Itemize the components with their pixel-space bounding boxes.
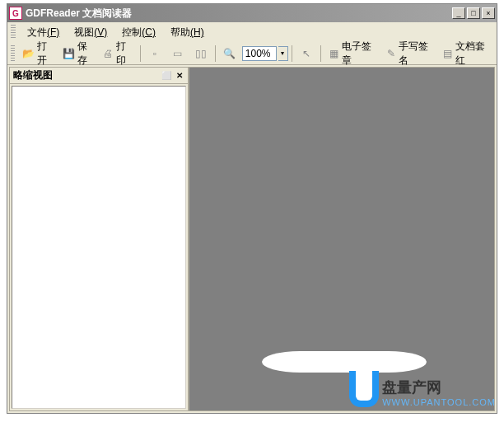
window-title: GDFReader 文档阅读器 — [26, 7, 452, 21]
zoom-tool-button[interactable]: 🔍 — [219, 45, 240, 63]
page-icon: ▫ — [148, 47, 161, 60]
white-smear-overlay — [262, 351, 427, 373]
panel-close-button[interactable]: ✕ — [175, 71, 184, 81]
magnifier-icon: 🔍 — [223, 47, 236, 60]
menu-file-accel: (F) — [47, 26, 59, 38]
menu-view-label: 视图 — [74, 26, 94, 38]
panel-header-buttons: ⬜ ✕ — [161, 71, 184, 81]
menu-help-label: 帮助 — [170, 26, 190, 38]
esign-label: 电子签章 — [342, 40, 376, 68]
menubar-grip-icon[interactable] — [11, 25, 16, 40]
doctpl-label: 文档套红 — [455, 40, 489, 68]
floppy-disk-icon: 💾 — [63, 47, 75, 60]
watermark-u-icon — [349, 371, 379, 407]
menu-file-label: 文件 — [27, 26, 47, 38]
toolbar-grip-icon[interactable] — [11, 45, 15, 62]
watermark-text: 盘量产网 WWW.UPANTOOL.COM — [382, 377, 495, 407]
watermark: 盘量产网 WWW.UPANTOOL.COM — [349, 371, 495, 407]
panel-pin-button[interactable]: ⬜ — [161, 71, 171, 81]
page-icon: ▭ — [171, 47, 184, 60]
thumbnail-panel: 略缩视图 ⬜ ✕ — [9, 67, 189, 411]
pages-icon: ▯▯ — [194, 47, 208, 60]
save-label: 保存 — [77, 40, 93, 68]
menu-control-accel: (C) — [142, 26, 156, 38]
toolbar-separator — [140, 45, 141, 62]
toolbar: 📂 打开 💾 保存 🖨 打印 ▫ ▭ ▯▯ 🔍 100% ▾ ↖ ▦ 电子签章 … — [7, 42, 497, 65]
handwrite-label: 手写签名 — [399, 40, 432, 68]
page-first-button[interactable]: ▫ — [144, 45, 166, 63]
minimize-button[interactable]: _ — [452, 7, 465, 19]
toolbar-separator — [292, 45, 292, 62]
titlebar[interactable]: G GDFReader 文档阅读器 _ □ × — [7, 4, 497, 22]
thumbnail-panel-header: 略缩视图 ⬜ ✕ — [10, 68, 188, 84]
page-single-button[interactable]: ▭ — [167, 45, 189, 63]
watermark-url: WWW.UPANTOOL.COM — [382, 397, 495, 407]
page-double-button[interactable]: ▯▯ — [190, 45, 212, 63]
cursor-icon: ↖ — [300, 47, 313, 60]
stamp-icon: ▤ — [442, 47, 454, 60]
workarea: 略缩视图 ⬜ ✕ 盘量产网 WWW.UPANTOOL.COM — [7, 65, 497, 413]
watermark-title: 盘量产网 — [382, 377, 495, 397]
close-button[interactable]: × — [482, 7, 495, 19]
document-viewer[interactable]: 盘量产网 WWW.UPANTOOL.COM — [189, 67, 495, 411]
toolbar-separator — [215, 45, 216, 62]
zoom-value: 100% — [245, 48, 271, 59]
menu-control-label: 控制 — [122, 26, 142, 38]
seal-icon: ▦ — [329, 47, 340, 60]
zoom-input[interactable]: 100% — [242, 46, 277, 61]
open-label: 打开 — [37, 40, 53, 68]
toolbar-separator — [320, 45, 321, 62]
menu-help[interactable]: 帮助(H) — [164, 23, 211, 42]
menu-help-accel: (H) — [190, 26, 204, 38]
print-label: 打印 — [116, 40, 133, 68]
menu-view-accel: (V) — [94, 26, 107, 38]
app-icon: G — [9, 7, 22, 20]
pointer-button[interactable]: ↖ — [296, 45, 317, 63]
thumbnail-list[interactable] — [12, 86, 186, 409]
thumbnail-panel-title: 略缩视图 — [13, 68, 53, 82]
maximize-button[interactable]: □ — [467, 7, 480, 19]
printer-icon: 🖨 — [102, 47, 113, 60]
pen-icon: ✎ — [385, 47, 397, 60]
zoom-dropdown-button[interactable]: ▾ — [278, 46, 288, 61]
app-window: G GDFReader 文档阅读器 _ □ × 文件(F) 视图(V) 控制(C… — [7, 3, 497, 414]
window-controls: _ □ × — [452, 7, 495, 19]
folder-open-icon: 📂 — [22, 47, 35, 60]
